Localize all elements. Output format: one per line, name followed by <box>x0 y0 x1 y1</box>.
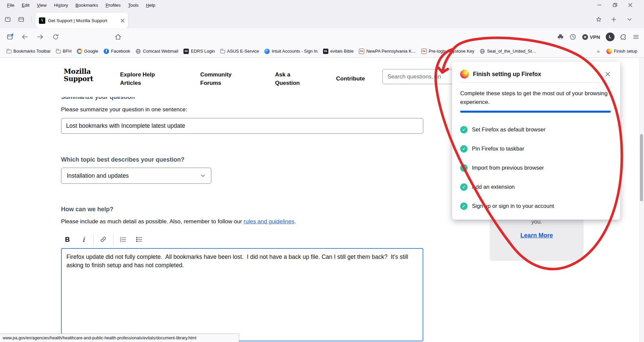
firefox-view-icon[interactable] <box>3 15 12 24</box>
ordered-list-button[interactable]: 123 <box>117 233 129 246</box>
check-icon: ✓ <box>460 126 468 133</box>
insert-link-button[interactable] <box>97 233 110 246</box>
list-all-tabs-chevron-icon[interactable] <box>625 15 634 24</box>
menu-help[interactable]: Help <box>143 2 158 8</box>
restore-button[interactable] <box>607 0 623 10</box>
home-button[interactable] <box>113 32 123 42</box>
bookmarks-toolbar: Bookmarks ToolbarBFHGooglefFacebookComca… <box>0 45 644 58</box>
bookmark-finish-setup[interactable]: Finish setup <box>604 48 640 55</box>
bookmark-item[interactable]: fFacebook <box>101 48 133 55</box>
tab-manager-icon[interactable] <box>17 15 25 24</box>
nav-contribute[interactable]: Contribute <box>336 74 365 83</box>
popup-close-icon[interactable] <box>603 70 612 78</box>
minimize-button[interactable] <box>592 0 607 10</box>
bookmark-item[interactable]: Intuit Accounts - Sign In <box>262 48 320 55</box>
question-body-textarea[interactable]: Firefox update did not fully complete. A… <box>61 248 423 341</box>
tab-title: Get Support | Mozilla Support <box>48 18 118 23</box>
svg-text:3: 3 <box>120 240 121 242</box>
vpn-indicator[interactable]: VPN <box>582 34 600 40</box>
firefox-view-notification-icon[interactable] <box>5 32 15 42</box>
status-url: www.pa.gov/en/agencies/health/healthcare… <box>3 336 196 340</box>
learn-more-link[interactable]: Learn More <box>490 232 584 239</box>
section-title-topic: Which topic best describes your question… <box>61 156 184 163</box>
sumo-favicon-icon: ϟ <box>39 17 45 24</box>
status-bar: www.pa.gov/en/agencies/health/healthcare… <box>0 334 239 342</box>
nav-explore-help-articles[interactable]: Explore Help Articles <box>120 70 164 87</box>
star-icon[interactable] <box>594 15 603 24</box>
menu-tools[interactable]: Tools <box>125 2 142 8</box>
hamburger-menu-icon[interactable] <box>633 34 639 40</box>
mozilla-support-logo[interactable]: MozillaSupport <box>64 68 93 82</box>
back-button[interactable] <box>19 32 30 42</box>
check-icon: ✓ <box>460 145 468 153</box>
setup-task[interactable]: ✓Import from previous browser <box>460 158 612 177</box>
new-tab-plus-icon[interactable] <box>609 15 618 24</box>
bookmark-item[interactable]: Comcast Webmail <box>133 48 181 55</box>
unordered-list-button[interactable] <box>133 233 146 246</box>
check-icon: ✓ <box>460 183 468 191</box>
italic-button[interactable]: i <box>77 233 90 246</box>
menu-profiles[interactable]: Profiles <box>103 2 124 8</box>
tab-bar: ϟ Get Support | Mozilla Support <box>0 10 644 28</box>
forward-button[interactable] <box>35 32 46 42</box>
finish-setup-popup: Finish setting up Firefox Complete these… <box>452 62 620 220</box>
setup-task[interactable]: ✓Pin Firefox to taskbar <box>460 139 612 158</box>
scrollbar-thumb[interactable] <box>640 134 643 201</box>
navigation-toolbar: support.mozilla.org/en-US/questions/new/… <box>0 28 644 45</box>
nav-community-forums[interactable]: Community Forums <box>200 70 240 87</box>
chevron-down-icon <box>200 173 206 178</box>
tab-divider <box>32 16 32 23</box>
promo-partial-text: you. <box>490 219 584 225</box>
print-icon[interactable] <box>557 34 564 40</box>
bookmarks-overflow-chevron[interactable]: » <box>594 48 603 54</box>
firefox-logo-icon <box>460 70 469 78</box>
bookmark-item[interactable]: PANewPA Pennsylvania K… <box>356 48 419 55</box>
summary-input[interactable] <box>61 118 423 134</box>
popup-divider <box>460 82 612 83</box>
setup-checklist: ✓Set Firefox as default browser✓Pin Fire… <box>460 120 612 216</box>
browser-window: FileEditViewHistoryBookmarksProfilesTool… <box>0 0 644 342</box>
menu-history[interactable]: History <box>51 2 71 8</box>
bookmark-item[interactable]: ASUS E-Service <box>218 48 262 55</box>
firefox-icon <box>606 49 612 54</box>
tab-close-icon[interactable] <box>120 18 125 23</box>
setup-task[interactable]: ✓Set Firefox as default browser <box>460 120 612 139</box>
active-tab[interactable]: ϟ Get Support | Mozilla Support <box>36 13 128 28</box>
bookmark-item[interactable]: PAevitals Bible <box>320 48 356 55</box>
menu-items: FileEditViewHistoryBookmarksProfilesTool… <box>4 2 158 8</box>
topic-select[interactable]: Installation and updates <box>61 168 211 184</box>
nav-ask-a-question[interactable]: Ask a Question <box>275 70 307 87</box>
bookmark-item[interactable]: PAEDRS Login <box>181 48 218 55</box>
editor-toolbar: B i 123 <box>61 232 146 247</box>
summary-label: Please summarize your question in one se… <box>61 106 187 113</box>
bold-button[interactable]: B <box>61 233 74 246</box>
detail-instructions: Please include as much detail as possibl… <box>61 218 296 225</box>
menu-file[interactable]: File <box>4 2 17 8</box>
menu-view[interactable]: View <box>34 2 50 8</box>
close-window-button[interactable] <box>623 0 638 10</box>
window-controls <box>592 0 638 10</box>
extensions-puzzle-icon[interactable] <box>620 34 627 40</box>
rules-guidelines-link[interactable]: rules and guidelines <box>244 218 294 225</box>
section-title-help: How can we help? <box>61 206 113 213</box>
setup-task[interactable]: ✓Sign up or sign in to your account <box>460 196 612 216</box>
bookmark-item[interactable]: PAPre-login Keystone Key <box>419 48 477 55</box>
check-icon: ✓ <box>460 164 468 172</box>
bookmark-item[interactable]: Seal_of_the_United_St… <box>477 48 539 55</box>
menu-bookmarks[interactable]: Bookmarks <box>72 2 101 8</box>
menu-edit[interactable]: Edit <box>19 2 33 8</box>
bookmark-item[interactable]: BFH <box>53 48 74 55</box>
bookmarks-items: Bookmarks ToolbarBFHGooglefFacebookComca… <box>4 48 539 55</box>
setup-task[interactable]: ✓Add an extension <box>460 177 612 196</box>
menu-bar: FileEditViewHistoryBookmarksProfilesTool… <box>0 0 644 10</box>
popup-description: Complete these steps to get the most out… <box>460 89 611 107</box>
bookmark-item[interactable]: Bookmarks Toolbar <box>4 48 53 55</box>
setup-progress-bar <box>460 111 611 113</box>
bookmark-item[interactable]: Google <box>74 48 101 55</box>
vpn-label: VPN <box>590 34 600 40</box>
popup-title: Finish setting up Firefox <box>473 71 541 78</box>
check-icon: ✓ <box>460 203 468 210</box>
profile-avatar[interactable]: L <box>606 33 614 41</box>
reload-button[interactable] <box>50 32 61 42</box>
history-clock-icon[interactable] <box>570 34 576 40</box>
